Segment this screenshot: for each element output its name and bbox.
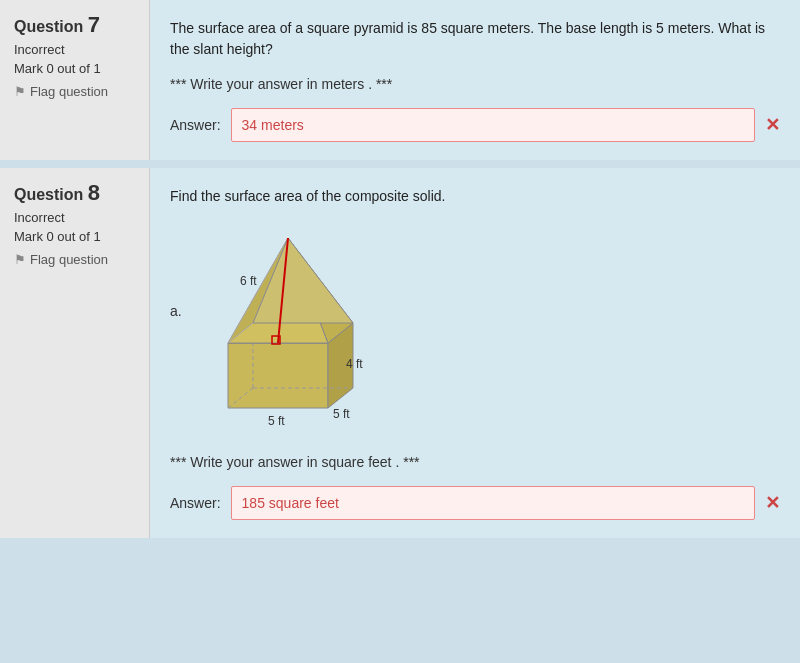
- question-7-number: Question 7: [14, 12, 135, 38]
- dim-5ft-bottom: 5 ft: [268, 414, 285, 428]
- question-8-mark: Mark 0 out of 1: [14, 229, 135, 244]
- question-8-status: Incorrect: [14, 210, 135, 225]
- question-8-answer-input[interactable]: [231, 486, 755, 520]
- question-8-number: Question 8: [14, 180, 135, 206]
- dim-5ft-right: 5 ft: [333, 407, 350, 421]
- question-8-answer-label: Answer:: [170, 495, 221, 511]
- svg-marker-0: [228, 343, 328, 408]
- question-8-block: Question 8 Incorrect Mark 0 out of 1 ⚑ F…: [0, 168, 800, 538]
- question-7-answer-label: Answer:: [170, 117, 221, 133]
- question-8-part-label: a.: [170, 303, 182, 319]
- flag-icon-q7: ⚑: [14, 84, 26, 99]
- question-8-flag-button[interactable]: ⚑ Flag question: [14, 252, 135, 267]
- question-8-number-value: 8: [88, 180, 100, 205]
- composite-solid-svg: 6 ft 4 ft 5 ft 5 ft: [198, 223, 373, 438]
- flag-icon-q8: ⚑: [14, 252, 26, 267]
- question-8-incorrect-icon: ✕: [765, 492, 780, 514]
- question-8-instruction: *** Write your answer in square feet . *…: [170, 454, 780, 470]
- question-7-answer-row: Answer: ✕: [170, 108, 780, 142]
- question-8-image-area: a.: [170, 223, 780, 438]
- question-7-mark: Mark 0 out of 1: [14, 61, 135, 76]
- question-7-number-value: 7: [88, 12, 100, 37]
- question-7-status: Incorrect: [14, 42, 135, 57]
- question-7-instruction: *** Write your answer in meters . ***: [170, 76, 780, 92]
- question-7-answer-input[interactable]: [231, 108, 755, 142]
- question-7-flag-button[interactable]: ⚑ Flag question: [14, 84, 135, 99]
- question-8-answer-row: Answer: ✕: [170, 486, 780, 520]
- question-8-text: Find the surface area of the composite s…: [170, 186, 780, 207]
- question-7-block: Question 7 Incorrect Mark 0 out of 1 ⚑ F…: [0, 0, 800, 160]
- question-7-text: The surface area of a square pyramid is …: [170, 18, 780, 60]
- question-8-content: Find the surface area of the composite s…: [150, 168, 800, 538]
- dim-4ft: 4 ft: [346, 357, 363, 371]
- question-8-flag-label: Flag question: [30, 252, 108, 267]
- dim-6ft: 6 ft: [240, 274, 257, 288]
- question-7-flag-label: Flag question: [30, 84, 108, 99]
- question-7-incorrect-icon: ✕: [765, 114, 780, 136]
- question-8-sidebar: Question 8 Incorrect Mark 0 out of 1 ⚑ F…: [0, 168, 150, 538]
- question-7-content: The surface area of a square pyramid is …: [150, 0, 800, 160]
- question-7-sidebar: Question 7 Incorrect Mark 0 out of 1 ⚑ F…: [0, 0, 150, 160]
